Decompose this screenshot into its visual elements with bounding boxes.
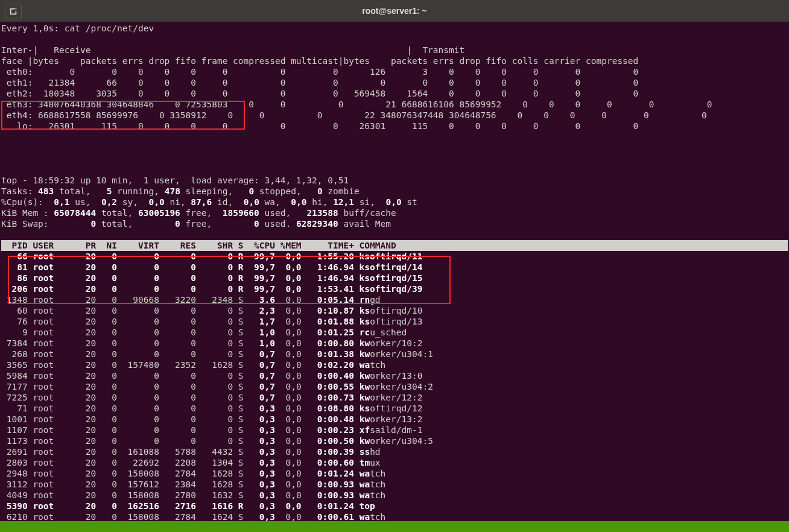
top-process-row: 3112 root 20 0 157612 2384 1628 S 0,3 0,…: [1, 479, 788, 490]
top-process-row: 7177 root 20 0 0 0 0 S 0,7 0,0 0:00.55 k…: [1, 381, 788, 392]
netdev-row: eth3: 348076440368 304648846 0 72535803 …: [1, 99, 788, 110]
top-summary-line: %Cpu(s): 0,1 us, 0,2 sy, 0,0 ni, 87,6 id…: [1, 197, 788, 207]
top-summary-line: KiB Swap: 0 total, 0 free, 0 used. 62829…: [1, 218, 788, 229]
top-process-row: 71 root 20 0 0 0 0 S 0,3 0,0 0:08.80 kso…: [1, 403, 788, 414]
top-column-header: PID USER PR NI VIRT RES SHR S %CPU %MEM …: [1, 240, 788, 251]
netdev-hdr1: Inter-| Receive | Transmit: [1, 45, 788, 55]
title-bar: root@server1: ~: [0, 0, 789, 22]
window-title: root@server1: ~: [362, 5, 426, 16]
top-process-row: 66 root 20 0 0 0 0 R 99,7 0,0 1:55.20 ks…: [1, 251, 788, 262]
top-process-row: 2691 root 20 0 161088 5788 4432 S 0,3 0,…: [1, 446, 788, 457]
top-process-row: 5390 root 20 0 162516 2716 1616 R 0,3 0,…: [1, 501, 788, 511]
netdev-row: lo: 26301 115 0 0 0 0 0 0 26301 115 0 0 …: [1, 121, 788, 131]
top-process-row: 1348 root 20 0 90668 3220 2348 S 3,6 0,0…: [1, 294, 788, 305]
top-process-row: 206 root 20 0 0 0 0 R 99,7 0,0 1:53.41 k…: [1, 283, 788, 294]
top-process-row: 7225 root 20 0 0 0 0 S 0,7 0,0 0:00.73 k…: [1, 392, 788, 403]
top-line1: top - 18:59:32 up 10 min, 1 user, load a…: [1, 175, 788, 186]
top-process-row: 2948 root 20 0 158008 2784 1628 S 0,3 0,…: [1, 468, 788, 479]
netdev-hdr2: face |bytes packets errs drop fifo frame…: [1, 55, 788, 66]
top-process-row: 4049 root 20 0 158008 2780 1632 S 0,3 0,…: [1, 490, 788, 501]
top-process-row: 7384 root 20 0 0 0 0 S 1,0 0,0 0:00.80 k…: [1, 338, 788, 349]
blank: [1, 34, 788, 45]
top-process-row: 76 root 20 0 0 0 0 S 1,7 0,0 0:01.88 kso…: [1, 316, 788, 327]
top-tasks: Tasks: 483 total, 5 running, 478 sleepin…: [1, 186, 788, 197]
terminal-output[interactable]: Every 1,0s: cat /proc/net/dev Inter-| Re…: [0, 22, 789, 524]
top-process-row: 5984 root 20 0 0 0 0 S 0,7 0,0 0:00.40 k…: [1, 370, 788, 381]
top-process-row: 2803 root 20 0 22692 2208 1304 S 0,3 0,0…: [1, 457, 788, 468]
top-process-row: 60 root 20 0 0 0 0 S 2,3 0,0 0:10.87 kso…: [1, 305, 788, 316]
top-process-row: 1001 root 20 0 0 0 0 S 0,3 0,0 0:00.48 k…: [1, 414, 788, 425]
blank: [1, 131, 788, 142]
blank: [1, 229, 788, 240]
blank: [1, 153, 788, 164]
netdev-row: eth1: 21384 66 0 0 0 0 0 0 0 0 0 0 0 0 0…: [1, 77, 788, 88]
top-process-row: 9 root 20 0 0 0 0 S 1,0 0,0 0:01.25 rcu_…: [1, 327, 788, 338]
netdev-row: eth2: 180348 3035 0 0 0 0 0 0 569458 156…: [1, 88, 788, 99]
tmux-status-bar[interactable]: [0] 0:root@server1:~ 1:root@server1:~* 2…: [0, 521, 789, 532]
top-process-row: 86 root 20 0 0 0 0 R 99,7 0,0 1:46.94 ks…: [1, 273, 788, 283]
top-process-row: 81 root 20 0 0 0 0 R 99,7 0,0 1:46.94 ks…: [1, 262, 788, 273]
top-summary-line: KiB Mem : 65078444 total, 63005196 free,…: [1, 207, 788, 218]
top-process-row: 268 root 20 0 0 0 0 S 0,7 0,0 0:01.38 kw…: [1, 349, 788, 359]
new-tab-button[interactable]: [5, 4, 22, 19]
top-process-row: 1107 root 20 0 0 0 0 S 0,3 0,0 0:00.23 x…: [1, 425, 788, 435]
new-tab-icon: [9, 7, 17, 16]
top-process-row: 3565 root 20 0 157480 2352 1628 S 0,7 0,…: [1, 359, 788, 370]
top-process-row: 1173 root 20 0 0 0 0 S 0,3 0,0 0:00.50 k…: [1, 435, 788, 446]
netdev-row: eth0: 0 0 0 0 0 0 0 0 126 3 0 0 0 0 0 0: [1, 66, 788, 77]
netdev-row: eth4: 6688617558 85699976 0 3358912 0 0 …: [1, 110, 788, 121]
watch-header: Every 1,0s: cat /proc/net/dev: [1, 23, 788, 34]
blank: [1, 164, 788, 175]
blank: [1, 142, 788, 153]
